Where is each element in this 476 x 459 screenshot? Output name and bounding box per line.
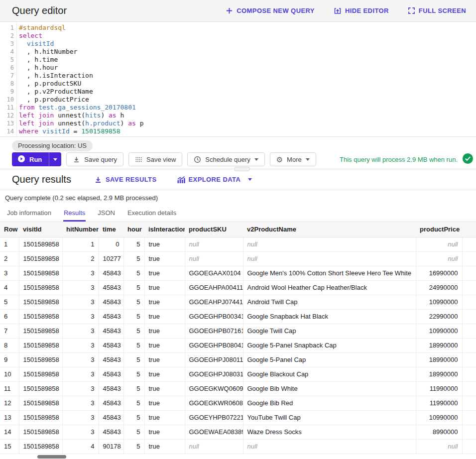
sql-editor[interactable]: 1234567891011121314 #standardsqlselect v… [0,22,476,137]
compose-new-query-label: COMPOSE NEW QUERY [237,7,315,14]
table-cell: 5 [123,266,144,280]
table-row: 1015015898583458435trueGGOEGHPJ080310Goo… [0,367,476,381]
table-cell: GGOEGKWR060810 [185,396,243,410]
line-number: 13 [0,119,14,127]
save-results-button[interactable]: SAVE RESULTS [94,176,157,184]
table-cell: 13 [0,410,19,425]
save-query-button[interactable]: Save query [66,152,123,166]
table-cell: 45843 [99,266,123,280]
code-line: , p.productSKU [19,80,144,88]
table-cell: 4 [0,280,19,295]
hide-editor-label: HIDE EDITOR [345,7,389,14]
save-view-button[interactable]: Save view [128,152,182,166]
table-cell: null [185,251,243,266]
table-cell: 3 [62,381,99,396]
play-icon [17,155,25,164]
table-cell: 0 [99,237,123,251]
table-cell: 1501589858 [19,367,62,381]
horizontal-scrollbar[interactable] [37,455,66,459]
table-cell: Google 5-Panel Snapback Cap [243,338,416,352]
column-header: productPrice [416,222,462,237]
table-cell [462,295,476,309]
table-cell: true [144,352,185,367]
table-cell: Google Snapback Hat Black [243,309,416,324]
table-cell: Google Blackout Cap [243,367,416,381]
table-cell: 11 [0,381,19,396]
table-cell: 2 [62,251,99,266]
table-cell: 5 [123,425,144,439]
page-title: Query editor [12,5,67,16]
table-cell: Google Twill Cap [243,324,416,338]
more-button[interactable]: ⚙ More [270,152,316,166]
table-cell: 45843 [99,425,123,439]
table-cell: Android Wool Heather Cap Heather/Black [243,280,416,295]
table-cell: null [243,237,416,251]
table-cell: 5 [123,237,144,251]
line-number: 1 [0,24,14,32]
table-cell: 3 [62,352,99,367]
tab-results[interactable]: Results [63,208,86,222]
table-cell: GGOEGKWQ060910 [185,381,243,396]
tab-execution-details[interactable]: Execution details [127,208,177,222]
line-number: 4 [0,48,14,56]
table-cell: GGOEAHPA004110 [185,280,243,295]
column-header [462,222,476,237]
table-cell: 6 [0,309,19,324]
code-line: select [19,32,144,40]
table-cell: 4 [62,439,99,454]
table-row: 1515015898584901785truenullnullnull [0,439,476,454]
table-row: 1115015898583458435trueGGOEGKWQ060910Goo… [0,381,476,396]
code-line: , p.v2ProductName [19,88,144,96]
table-cell: 5 [123,309,144,324]
code-line: , h.time [19,56,144,64]
compose-new-query-button[interactable]: COMPOSE NEW QUERY [226,7,315,14]
full-screen-button[interactable]: FULL SCREEN [408,7,466,14]
table-row: 1415015898583458435trueGGOEWAEA083899Waz… [0,425,476,439]
sql-code[interactable]: #standardsqlselect visitId , h.hitNumber… [17,22,144,136]
table-cell: 8 [0,338,19,352]
tab-job-information[interactable]: Job information [6,208,52,222]
line-number: 3 [0,40,14,48]
table-cell: 10277 [99,251,123,266]
table-cell: true [144,381,185,396]
line-number: 12 [0,112,14,119]
table-cell: 1501589858 [19,410,62,425]
table-cell: true [144,396,185,410]
grid-dots-icon [135,156,142,163]
table-cell: 3 [62,367,99,381]
table-cell [462,338,476,352]
hide-editor-icon [334,7,342,15]
tab-json[interactable]: JSON [97,208,116,222]
hide-editor-button[interactable]: HIDE EDITOR [334,7,389,15]
explore-data-button[interactable]: EXPLORE DATA [177,176,252,184]
query-validity: This query will process 2.9 MB when run. [340,153,473,166]
table-cell: 45843 [99,280,123,295]
table-cell: 45843 [99,338,123,352]
run-button[interactable]: Run [12,152,61,166]
code-line: where visitId = 1501589858 [19,127,144,135]
column-header: hour [123,222,144,237]
schedule-query-button[interactable]: Schedule query [187,152,264,166]
run-options-caret[interactable] [49,152,61,166]
table-row: 215015898582102775truenullnullnull [0,251,476,266]
table-cell: null [243,251,416,266]
table-cell: 5 [123,439,144,454]
table-cell: 5 [123,338,144,352]
table-cell: true [144,251,185,266]
table-cell: GGOEGHPB080410 [185,338,243,352]
table-cell: GGOEYHPB072210 [185,410,243,425]
more-caret-icon [306,158,310,161]
gear-icon: ⚙ [276,156,283,163]
code-line: left join unnest(hits) as h [19,112,144,119]
table-cell: 5 [123,324,144,338]
table-cell: 45843 [99,295,123,309]
table-cell: GGOEAHPJ074410 [185,295,243,309]
table-cell: null [185,237,243,251]
table-cell: 18990000 [416,338,462,352]
table-cell [462,381,476,396]
explore-data-label: EXPLORE DATA [189,176,241,183]
column-header: v2ProductName [243,222,416,237]
panel-resize-handle[interactable] [234,167,250,171]
table-row: 815015898583458435trueGGOEGHPB080410Goog… [0,338,476,352]
save-results-label: SAVE RESULTS [106,176,157,183]
